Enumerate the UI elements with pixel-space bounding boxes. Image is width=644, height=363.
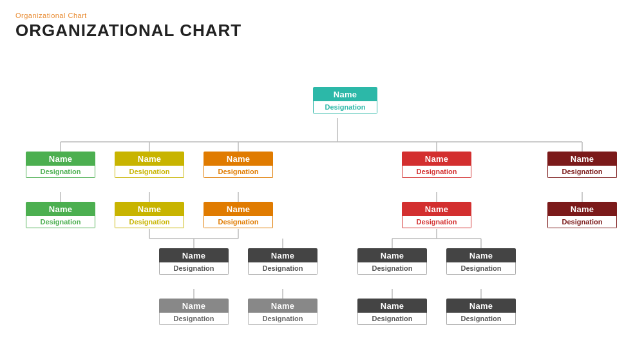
node-l2-2-designation: Designation: [115, 216, 184, 228]
node-l2-1: Name Designation: [26, 202, 95, 228]
node-l3-1-designation: Designation: [159, 262, 229, 275]
node-l4-2: Name Designation: [248, 299, 317, 325]
node-l1-4-designation: Designation: [402, 166, 471, 178]
node-l1-2-designation: Designation: [115, 166, 184, 178]
node-l1-3-name: Name: [204, 152, 273, 166]
node-l4-1-designation: Designation: [159, 313, 229, 325]
node-l4-4-designation: Designation: [446, 313, 516, 325]
node-l2-4: Name Designation: [402, 202, 471, 228]
node-l2-5: Name Designation: [547, 202, 617, 228]
subtitle: Organizational Chart: [15, 12, 629, 19]
node-l1-2-name: Name: [115, 152, 184, 166]
node-l3-4: Name Designation: [446, 248, 516, 275]
node-l3-4-designation: Designation: [446, 262, 516, 275]
node-l2-4-name: Name: [402, 202, 471, 216]
node-l4-1: Name Designation: [159, 299, 229, 325]
node-l2-1-designation: Designation: [26, 216, 95, 228]
node-l2-2: Name Designation: [115, 202, 184, 228]
node-l1-1-designation: Designation: [26, 166, 95, 178]
node-l3-1-name: Name: [159, 248, 229, 262]
node-l1-5: Name Designation: [547, 152, 617, 178]
node-l4-3-name: Name: [357, 299, 427, 313]
node-l2-3-designation: Designation: [204, 216, 273, 228]
node-l1-3: Name Designation: [204, 152, 273, 178]
node-root-name: Name: [313, 87, 377, 101]
node-l4-4-name: Name: [446, 299, 516, 313]
node-l3-2-name: Name: [248, 248, 317, 262]
node-l2-5-name: Name: [547, 202, 617, 216]
node-l1-1-name: Name: [26, 152, 95, 166]
node-l1-4: Name Designation: [402, 152, 471, 178]
node-l1-5-designation: Designation: [547, 166, 617, 178]
node-l2-5-designation: Designation: [547, 216, 617, 228]
node-l1-5-name: Name: [547, 152, 617, 166]
node-root-designation: Designation: [313, 101, 377, 113]
node-l1-1: Name Designation: [26, 152, 95, 178]
node-l3-3: Name Designation: [357, 248, 427, 275]
node-l4-1-name: Name: [159, 299, 229, 313]
org-chart: Name Designation Name Designation Name D…: [15, 48, 629, 345]
node-l4-4: Name Designation: [446, 299, 516, 325]
node-l1-4-name: Name: [402, 152, 471, 166]
node-l4-3-designation: Designation: [357, 313, 427, 325]
node-l4-2-name: Name: [248, 299, 317, 313]
node-l3-3-designation: Designation: [357, 262, 427, 275]
node-l4-2-designation: Designation: [248, 313, 317, 325]
node-l3-2: Name Designation: [248, 248, 317, 275]
node-l2-3: Name Designation: [204, 202, 273, 228]
node-l3-1: Name Designation: [159, 248, 229, 275]
node-l4-3: Name Designation: [357, 299, 427, 325]
node-l2-2-name: Name: [115, 202, 184, 216]
node-l3-3-name: Name: [357, 248, 427, 262]
node-l1-2: Name Designation: [115, 152, 184, 178]
node-l2-4-designation: Designation: [402, 216, 471, 228]
node-l2-1-name: Name: [26, 202, 95, 216]
page: Organizational Chart ORGANIZATIONAL CHAR…: [0, 0, 644, 363]
node-l3-2-designation: Designation: [248, 262, 317, 275]
node-l1-3-designation: Designation: [204, 166, 273, 178]
node-l2-3-name: Name: [204, 202, 273, 216]
node-root: Name Designation: [313, 87, 377, 113]
node-l3-4-name: Name: [446, 248, 516, 262]
page-title: ORGANIZATIONAL CHART: [15, 21, 629, 41]
